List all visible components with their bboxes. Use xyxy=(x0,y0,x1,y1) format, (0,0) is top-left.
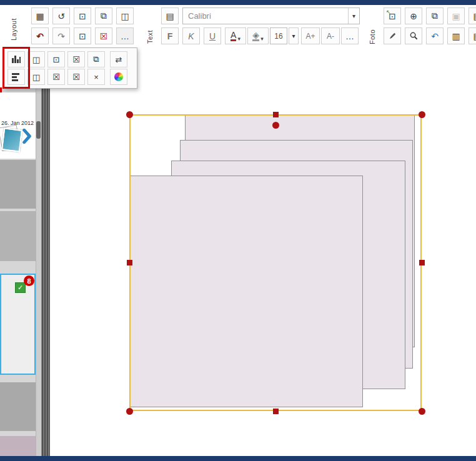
pages-disabled-icon: ⧉ xyxy=(93,54,99,64)
foto-group-label: Foto xyxy=(369,26,376,47)
checkmark-badge: ✓ xyxy=(15,282,26,293)
flyout-delete-disabled-button: × xyxy=(87,69,105,85)
delete-page-button[interactable]: ☒ xyxy=(95,27,112,44)
flyout-delete-dark-button[interactable]: ☒ xyxy=(67,51,85,67)
font-decrease-label: A- xyxy=(327,32,334,41)
copy-page-button[interactable]: ⊡ xyxy=(74,27,91,44)
flyout-color-button[interactable] xyxy=(110,69,127,85)
font-size-dropdown-button[interactable]: ▾ xyxy=(289,27,299,44)
photo-undo-button[interactable]: ↶ xyxy=(426,27,444,44)
export-photo-button[interactable]: ⊡ ↖ xyxy=(384,7,401,24)
page-thumbnail[interactable] xyxy=(0,160,36,209)
page-thumbnail[interactable] xyxy=(0,382,36,431)
insert-page-button[interactable]: ⊡ xyxy=(74,7,91,24)
sidebar-scrollbar-track xyxy=(36,87,41,456)
flyout-delete-boxed-button[interactable]: ☒ xyxy=(67,69,85,85)
move-pages-icon: ⇄ xyxy=(116,55,122,64)
photo-grid-icon: ▥ xyxy=(452,31,460,41)
font-family-select[interactable]: Calibri ▾ xyxy=(182,7,360,24)
undo-icon: ↶ xyxy=(36,31,44,41)
font-increase-label: A+ xyxy=(305,32,315,41)
page-icon: ◫ xyxy=(32,72,40,82)
handle-top-left[interactable] xyxy=(126,111,133,118)
sidebar-scrollbar-thumb[interactable] xyxy=(36,121,41,139)
text-more-button[interactable]: … xyxy=(341,27,359,44)
arrange-rows-button[interactable] xyxy=(7,69,25,85)
delete-red-icon: ☒ xyxy=(52,72,60,82)
photo-count-badge: 8 xyxy=(24,275,34,286)
handle-top-center[interactable] xyxy=(273,112,279,117)
flyout-delete-red-button[interactable]: ☒ xyxy=(47,69,65,85)
titlebar xyxy=(0,0,476,5)
chevron-down-icon: ▾ xyxy=(260,36,264,44)
arrange-columns-button[interactable] xyxy=(7,51,25,67)
handle-bottom-left[interactable] xyxy=(126,408,133,415)
chevron-right-icon xyxy=(22,129,32,144)
row-bars-icon xyxy=(11,72,21,82)
text-template-button[interactable]: ▤ xyxy=(161,7,179,24)
chevron-down-icon: ▾ xyxy=(237,36,240,44)
redo-button[interactable]: ↷ xyxy=(52,27,70,44)
bottombar xyxy=(0,456,476,461)
pages-copy-icon: ◫ xyxy=(121,11,129,21)
more-icon: … xyxy=(345,31,354,41)
fill-color-button[interactable]: ◈ ▾ xyxy=(247,27,269,44)
flyout-move-pages-button[interactable]: ⇄ xyxy=(110,51,127,67)
italic-button[interactable]: K xyxy=(182,27,200,44)
font-color-button[interactable]: A ▾ xyxy=(225,27,246,44)
layout-more-button[interactable]: … xyxy=(116,27,134,44)
delete-boxed-icon: ☒ xyxy=(72,72,80,82)
reset-layout-button[interactable]: ↺ xyxy=(52,7,70,24)
chevron-down-icon: ▾ xyxy=(292,32,295,39)
photo-placeholder[interactable] xyxy=(130,176,363,407)
photo-zoom-button[interactable] xyxy=(405,27,422,44)
layout-group-label: Layout xyxy=(10,10,17,49)
handle-top-right[interactable] xyxy=(419,111,425,118)
clipped-button[interactable]: ▤ xyxy=(469,7,476,24)
clipped-button[interactable]: ▤ xyxy=(469,27,476,44)
handle-middle-right[interactable] xyxy=(419,260,425,265)
font-increase-button[interactable]: A+ xyxy=(301,27,320,44)
expand-chevron-button[interactable] xyxy=(19,125,35,147)
font-decrease-button[interactable]: A- xyxy=(321,27,340,44)
sidebar-splitter[interactable] xyxy=(41,87,50,456)
flyout-page-button[interactable]: ◫ xyxy=(27,69,45,85)
underline-button[interactable]: U xyxy=(204,27,221,44)
grid-button[interactable]: ▦ xyxy=(31,7,49,24)
flyout-insert-page-button[interactable]: ◫ xyxy=(27,51,45,67)
pages-sidebar: 26. Jan 2012 8 ✓ xyxy=(0,87,41,456)
link-icon: ⊕ xyxy=(410,11,417,21)
add-page-button[interactable]: ⧉ xyxy=(95,7,112,24)
link-photo-button[interactable]: ⊕ xyxy=(405,7,422,24)
page-thumbnail-selected[interactable]: 8 ✓ xyxy=(0,274,36,375)
duplicate-pages-button[interactable]: ◫ xyxy=(116,7,134,24)
insert-page-icon: ◫ xyxy=(32,55,40,64)
handle-middle-left[interactable] xyxy=(127,260,132,265)
bold-button[interactable]: F xyxy=(161,27,179,44)
color-wheel-icon xyxy=(114,72,123,81)
clipped-icon: ▤ xyxy=(473,31,476,41)
handle-bottom-center[interactable] xyxy=(273,409,279,414)
font-color-letter: A xyxy=(231,31,236,41)
crop-photo-button[interactable]: ▣ xyxy=(447,7,465,24)
column-bars-icon xyxy=(11,54,21,64)
bold-label: F xyxy=(167,31,173,41)
copy-style-button[interactable]: ⧉ xyxy=(426,7,444,24)
chevron-down-icon[interactable]: ▾ xyxy=(348,8,359,24)
page-thumbnail[interactable] xyxy=(0,436,36,456)
font-size-input[interactable]: 16 xyxy=(270,27,287,44)
handle-bottom-right[interactable] xyxy=(419,408,425,415)
undo-circle-icon: ↺ xyxy=(57,11,65,21)
page-delete-icon: ☒ xyxy=(100,31,108,41)
page-insert-icon: ⊡ xyxy=(79,11,86,21)
edit-photo-button[interactable] xyxy=(384,27,401,44)
undo-button[interactable]: ↶ xyxy=(31,27,49,44)
rotation-handle[interactable] xyxy=(272,122,279,129)
app-window: Layout ▦ ↺ ⊡ ⧉ ◫ ↶ ↷ ⊡ ☒ … Text ▤ Calibr… xyxy=(0,0,476,461)
fill-icon: ◈ xyxy=(252,31,259,41)
text-group-label: Text xyxy=(146,26,154,47)
page-thumbnail[interactable] xyxy=(0,211,36,261)
flyout-page-pair-button[interactable]: ⊡ xyxy=(47,51,65,67)
font-family-value: Calibri xyxy=(183,8,348,24)
photo-grid-button[interactable]: ▥ xyxy=(447,27,465,44)
